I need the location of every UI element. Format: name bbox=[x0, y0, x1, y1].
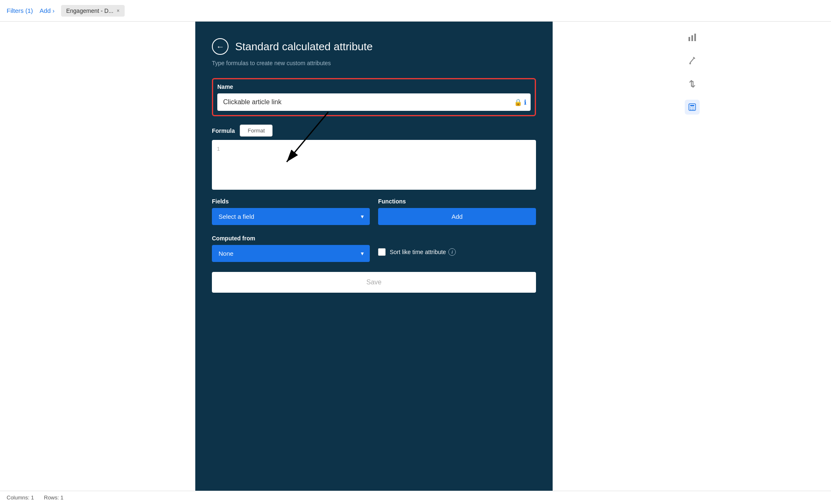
svg-rect-3 bbox=[691, 35, 693, 41]
fields-functions-row: Fields Select a field ▼ Functions Add bbox=[212, 198, 536, 225]
close-tab-icon[interactable]: × bbox=[117, 8, 120, 14]
computed-section: Computed from None ▼ Sort like time attr… bbox=[212, 235, 536, 262]
panel-subtitle: Type formulas to create new custom attri… bbox=[212, 60, 536, 66]
formula-editor: 1 bbox=[212, 140, 536, 190]
sort-checkbox[interactable] bbox=[378, 248, 386, 256]
svg-point-9 bbox=[693, 108, 694, 108]
status-bar: Columns: 1 Rows: 1 bbox=[0, 491, 831, 504]
lock-icon: 🔒 bbox=[514, 98, 522, 106]
svg-rect-4 bbox=[694, 34, 696, 41]
sort-info-icon: i bbox=[448, 248, 456, 256]
top-bar: Filters (1) Add › Engagement - D... × bbox=[0, 0, 831, 22]
main-area: ← Standard calculated attribute Type for… bbox=[0, 22, 831, 491]
computed-col: Computed from None ▼ bbox=[212, 235, 370, 262]
formula-tabs-row: Formula Format bbox=[212, 125, 536, 137]
add-function-button[interactable]: Add bbox=[378, 208, 536, 225]
sort-icon[interactable] bbox=[685, 76, 700, 91]
filters-button[interactable]: Filters (1) bbox=[7, 7, 33, 14]
add-button[interactable]: Add › bbox=[39, 7, 54, 14]
bar-chart-icon[interactable] bbox=[685, 30, 700, 45]
name-label: Name bbox=[217, 83, 531, 90]
rows-count: Rows: 1 bbox=[44, 494, 64, 501]
engagement-tab[interactable]: Engagement - D... × bbox=[61, 5, 125, 17]
computed-select[interactable]: None bbox=[212, 245, 370, 262]
panel-header: ← Standard calculated attribute bbox=[212, 38, 536, 55]
formula-label: Formula bbox=[212, 127, 235, 134]
fields-select[interactable]: Select a field bbox=[212, 208, 370, 225]
name-input-row: 🔒 ℹ bbox=[217, 93, 531, 111]
sort-label: Sort like time attribute i bbox=[390, 248, 456, 256]
fields-col: Fields Select a field ▼ bbox=[212, 198, 370, 225]
paintbrush-icon[interactable] bbox=[685, 53, 700, 68]
fields-select-wrapper: Select a field ▼ bbox=[212, 208, 370, 225]
tab-label: Engagement - D... bbox=[66, 7, 113, 14]
functions-col: Functions Add bbox=[378, 198, 536, 225]
right-sidebar bbox=[553, 22, 831, 491]
svg-rect-6 bbox=[690, 105, 694, 106]
panel-title: Standard calculated attribute bbox=[235, 40, 373, 53]
back-button[interactable]: ← bbox=[212, 38, 229, 55]
functions-label: Functions bbox=[378, 198, 536, 205]
sort-col: Sort like time attribute i bbox=[378, 235, 536, 256]
save-button[interactable]: Save bbox=[212, 272, 536, 293]
svg-point-8 bbox=[692, 108, 693, 108]
name-input[interactable] bbox=[217, 93, 510, 111]
fields-label: Fields bbox=[212, 198, 370, 205]
back-icon: ← bbox=[216, 42, 224, 51]
computed-select-wrapper: None ▼ bbox=[212, 245, 370, 262]
svg-rect-2 bbox=[688, 37, 690, 41]
format-tab[interactable]: Format bbox=[240, 125, 273, 137]
columns-count: Columns: 1 bbox=[7, 494, 34, 501]
svg-point-7 bbox=[690, 108, 691, 108]
svg-point-11 bbox=[692, 109, 693, 110]
formula-section: Formula Format 1 bbox=[212, 125, 536, 190]
computed-row: Computed from None ▼ Sort like time attr… bbox=[212, 235, 536, 262]
left-blank-area bbox=[0, 22, 195, 491]
name-input-icons: 🔒 ℹ bbox=[510, 98, 531, 106]
center-panel: ← Standard calculated attribute Type for… bbox=[195, 22, 553, 491]
computed-label: Computed from bbox=[212, 235, 370, 242]
name-field-wrapper: Name 🔒 ℹ bbox=[212, 78, 536, 116]
svg-point-12 bbox=[693, 109, 694, 110]
svg-point-10 bbox=[690, 109, 691, 110]
calculator-icon[interactable] bbox=[685, 100, 700, 115]
formula-textarea[interactable] bbox=[224, 145, 531, 185]
info-circle-icon: ℹ bbox=[524, 98, 526, 106]
line-numbers: 1 bbox=[217, 145, 220, 185]
